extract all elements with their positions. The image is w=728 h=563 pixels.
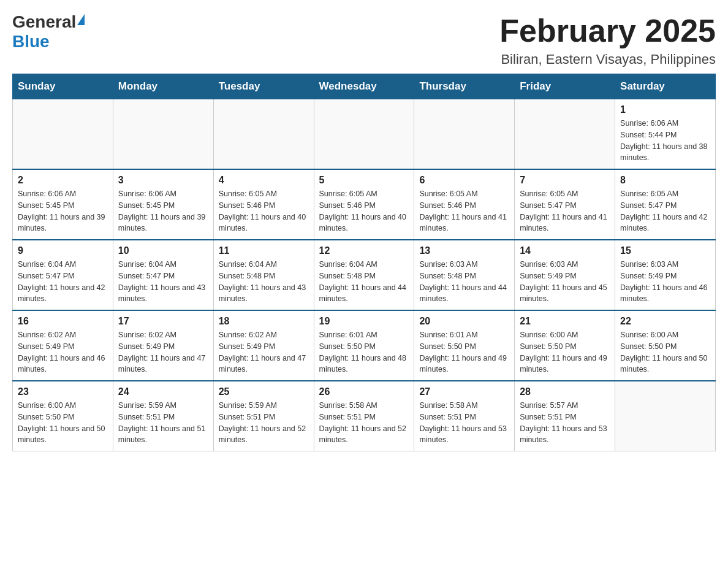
day-info: Sunrise: 6:00 AMSunset: 5:50 PMDaylight:… xyxy=(18,400,108,446)
day-info: Sunrise: 6:00 AMSunset: 5:50 PMDaylight:… xyxy=(620,329,710,375)
day-number: 10 xyxy=(118,245,208,256)
day-info: Sunrise: 6:04 AMSunset: 5:47 PMDaylight:… xyxy=(118,259,208,305)
day-number: 6 xyxy=(419,175,509,186)
calendar-header-thursday: Thursday xyxy=(414,74,515,99)
day-number: 7 xyxy=(520,175,610,186)
day-number: 25 xyxy=(219,386,309,397)
day-info: Sunrise: 6:03 AMSunset: 5:49 PMDaylight:… xyxy=(520,259,610,305)
day-number: 5 xyxy=(319,175,409,186)
day-number: 23 xyxy=(18,386,108,397)
calendar-header-saturday: Saturday xyxy=(615,74,716,99)
subtitle: Biliran, Eastern Visayas, Philippines xyxy=(499,52,716,67)
calendar-cell xyxy=(314,99,414,170)
calendar-cell xyxy=(414,99,515,170)
day-info: Sunrise: 6:02 AMSunset: 5:49 PMDaylight:… xyxy=(118,329,208,375)
day-info: Sunrise: 6:02 AMSunset: 5:49 PMDaylight:… xyxy=(219,329,309,375)
day-number: 26 xyxy=(319,386,409,397)
calendar-table: SundayMondayTuesdayWednesdayThursdayFrid… xyxy=(12,74,716,451)
calendar-cell: 6Sunrise: 6:05 AMSunset: 5:46 PMDaylight… xyxy=(414,169,515,240)
title-section: February 2025 Biliran, Eastern Visayas, … xyxy=(499,12,716,67)
day-info: Sunrise: 6:01 AMSunset: 5:50 PMDaylight:… xyxy=(419,329,509,375)
day-number: 1 xyxy=(620,104,710,115)
calendar-cell: 23Sunrise: 6:00 AMSunset: 5:50 PMDayligh… xyxy=(13,381,113,451)
day-info: Sunrise: 5:59 AMSunset: 5:51 PMDaylight:… xyxy=(118,400,208,446)
day-number: 18 xyxy=(219,316,309,327)
day-info: Sunrise: 6:04 AMSunset: 5:48 PMDaylight:… xyxy=(219,259,309,305)
calendar-week-row: 16Sunrise: 6:02 AMSunset: 5:49 PMDayligh… xyxy=(13,310,716,381)
calendar-header-monday: Monday xyxy=(113,74,213,99)
calendar-cell xyxy=(515,99,615,170)
calendar-cell: 7Sunrise: 6:05 AMSunset: 5:47 PMDaylight… xyxy=(515,169,615,240)
day-info: Sunrise: 6:06 AMSunset: 5:45 PMDaylight:… xyxy=(18,188,108,234)
calendar-cell xyxy=(13,99,113,170)
day-info: Sunrise: 6:00 AMSunset: 5:50 PMDaylight:… xyxy=(520,329,610,375)
calendar-cell xyxy=(113,99,213,170)
calendar-cell: 13Sunrise: 6:03 AMSunset: 5:48 PMDayligh… xyxy=(414,240,515,310)
calendar-header-friday: Friday xyxy=(515,74,615,99)
day-number: 14 xyxy=(520,245,610,256)
day-info: Sunrise: 6:05 AMSunset: 5:46 PMDaylight:… xyxy=(319,188,409,234)
calendar-week-row: 9Sunrise: 6:04 AMSunset: 5:47 PMDaylight… xyxy=(13,240,716,310)
calendar-cell: 8Sunrise: 6:05 AMSunset: 5:47 PMDaylight… xyxy=(615,169,716,240)
calendar-cell: 24Sunrise: 5:59 AMSunset: 5:51 PMDayligh… xyxy=(113,381,213,451)
day-number: 21 xyxy=(520,316,610,327)
logo-general: General xyxy=(12,12,76,32)
day-info: Sunrise: 6:03 AMSunset: 5:48 PMDaylight:… xyxy=(419,259,509,305)
day-info: Sunrise: 6:02 AMSunset: 5:49 PMDaylight:… xyxy=(18,329,108,375)
day-number: 16 xyxy=(18,316,108,327)
day-info: Sunrise: 5:58 AMSunset: 5:51 PMDaylight:… xyxy=(319,400,409,446)
calendar-cell: 1Sunrise: 6:06 AMSunset: 5:44 PMDaylight… xyxy=(615,99,716,170)
day-number: 3 xyxy=(118,175,208,186)
main-title: February 2025 xyxy=(499,12,716,49)
calendar-cell: 18Sunrise: 6:02 AMSunset: 5:49 PMDayligh… xyxy=(213,310,314,381)
calendar-cell: 26Sunrise: 5:58 AMSunset: 5:51 PMDayligh… xyxy=(314,381,414,451)
day-info: Sunrise: 6:05 AMSunset: 5:46 PMDaylight:… xyxy=(419,188,509,234)
calendar-cell: 14Sunrise: 6:03 AMSunset: 5:49 PMDayligh… xyxy=(515,240,615,310)
page-header: General Blue February 2025 Biliran, East… xyxy=(12,12,716,67)
day-number: 15 xyxy=(620,245,710,256)
day-number: 8 xyxy=(620,175,710,186)
day-number: 13 xyxy=(419,245,509,256)
calendar-cell: 16Sunrise: 6:02 AMSunset: 5:49 PMDayligh… xyxy=(13,310,113,381)
calendar-cell xyxy=(213,99,314,170)
calendar-cell: 9Sunrise: 6:04 AMSunset: 5:47 PMDaylight… xyxy=(13,240,113,310)
day-number: 12 xyxy=(319,245,409,256)
calendar-header-tuesday: Tuesday xyxy=(213,74,314,99)
calendar-cell: 20Sunrise: 6:01 AMSunset: 5:50 PMDayligh… xyxy=(414,310,515,381)
calendar-cell: 10Sunrise: 6:04 AMSunset: 5:47 PMDayligh… xyxy=(113,240,213,310)
calendar-cell: 27Sunrise: 5:58 AMSunset: 5:51 PMDayligh… xyxy=(414,381,515,451)
logo-blue: Blue xyxy=(12,32,50,51)
day-number: 4 xyxy=(219,175,309,186)
day-number: 24 xyxy=(118,386,208,397)
day-info: Sunrise: 6:05 AMSunset: 5:47 PMDaylight:… xyxy=(620,188,710,234)
day-info: Sunrise: 6:06 AMSunset: 5:44 PMDaylight:… xyxy=(620,118,710,164)
day-info: Sunrise: 6:05 AMSunset: 5:47 PMDaylight:… xyxy=(520,188,610,234)
day-number: 17 xyxy=(118,316,208,327)
day-number: 22 xyxy=(620,316,710,327)
day-info: Sunrise: 6:03 AMSunset: 5:49 PMDaylight:… xyxy=(620,259,710,305)
logo: General Blue xyxy=(12,12,85,52)
day-info: Sunrise: 6:05 AMSunset: 5:46 PMDaylight:… xyxy=(219,188,309,234)
calendar-header-wednesday: Wednesday xyxy=(314,74,414,99)
day-info: Sunrise: 5:57 AMSunset: 5:51 PMDaylight:… xyxy=(520,400,610,446)
calendar-cell: 17Sunrise: 6:02 AMSunset: 5:49 PMDayligh… xyxy=(113,310,213,381)
calendar-cell: 15Sunrise: 6:03 AMSunset: 5:49 PMDayligh… xyxy=(615,240,716,310)
day-number: 28 xyxy=(520,386,610,397)
calendar-cell: 28Sunrise: 5:57 AMSunset: 5:51 PMDayligh… xyxy=(515,381,615,451)
calendar-header-sunday: Sunday xyxy=(13,74,113,99)
logo-triangle-icon xyxy=(77,14,85,25)
calendar-cell: 21Sunrise: 6:00 AMSunset: 5:50 PMDayligh… xyxy=(515,310,615,381)
calendar-cell: 2Sunrise: 6:06 AMSunset: 5:45 PMDaylight… xyxy=(13,169,113,240)
calendar-cell: 5Sunrise: 6:05 AMSunset: 5:46 PMDaylight… xyxy=(314,169,414,240)
day-number: 9 xyxy=(18,245,108,256)
calendar-cell: 12Sunrise: 6:04 AMSunset: 5:48 PMDayligh… xyxy=(314,240,414,310)
day-info: Sunrise: 6:01 AMSunset: 5:50 PMDaylight:… xyxy=(319,329,409,375)
calendar-week-row: 2Sunrise: 6:06 AMSunset: 5:45 PMDaylight… xyxy=(13,169,716,240)
day-number: 20 xyxy=(419,316,509,327)
day-info: Sunrise: 6:06 AMSunset: 5:45 PMDaylight:… xyxy=(118,188,208,234)
calendar-week-row: 23Sunrise: 6:00 AMSunset: 5:50 PMDayligh… xyxy=(13,381,716,451)
day-info: Sunrise: 6:04 AMSunset: 5:47 PMDaylight:… xyxy=(18,259,108,305)
day-info: Sunrise: 5:58 AMSunset: 5:51 PMDaylight:… xyxy=(419,400,509,446)
calendar-cell: 25Sunrise: 5:59 AMSunset: 5:51 PMDayligh… xyxy=(213,381,314,451)
calendar-header-row: SundayMondayTuesdayWednesdayThursdayFrid… xyxy=(13,74,716,99)
